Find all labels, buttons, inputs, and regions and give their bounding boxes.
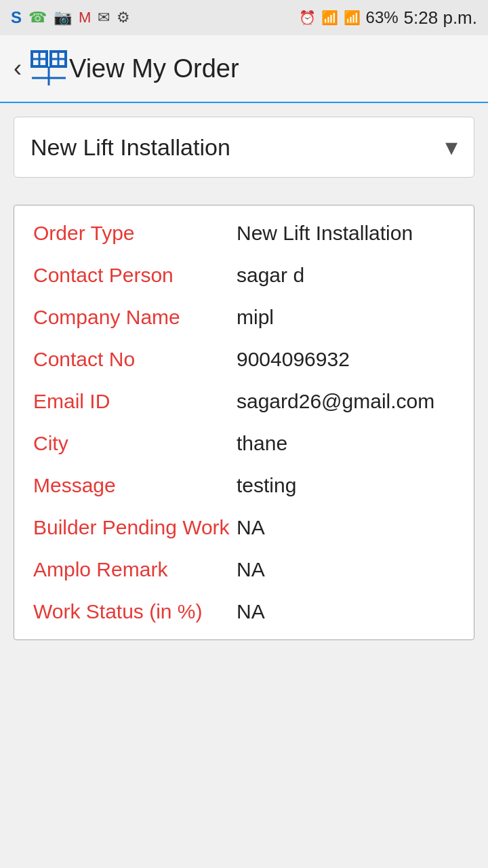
table-row: Contact Personsagar d bbox=[14, 254, 474, 296]
table-row: Company Namemipl bbox=[14, 296, 474, 338]
field-value: sagard26@gmail.com bbox=[237, 390, 455, 413]
status-icons-left: S ☎ 📷 M ✉ ⚙ bbox=[11, 8, 130, 27]
field-label: Builder Pending Work bbox=[33, 516, 237, 539]
field-value: sagar d bbox=[237, 264, 455, 287]
alarm-icon: ⏰ bbox=[299, 9, 316, 26]
field-label: Contact Person bbox=[33, 264, 237, 287]
table-row: Work Status (in %)NA bbox=[14, 591, 474, 633]
field-label: Email ID bbox=[33, 390, 237, 413]
table-row: Builder Pending WorkNA bbox=[14, 507, 474, 549]
field-value: thane bbox=[237, 432, 455, 455]
app-icon-email: ✉ bbox=[98, 9, 110, 26]
app-icon-settings: ⚙ bbox=[117, 9, 130, 26]
field-label: Company Name bbox=[33, 306, 237, 329]
table-row: Contact No9004096932 bbox=[14, 338, 474, 380]
battery-percent: 63% bbox=[366, 8, 399, 27]
field-label: Contact No bbox=[33, 348, 237, 371]
field-label: Order Type bbox=[33, 222, 237, 245]
field-value: testing bbox=[237, 474, 455, 497]
table-row: Messagetesting bbox=[14, 465, 474, 507]
table-row: Email IDsagard26@gmail.com bbox=[14, 380, 474, 422]
wifi-icon: 📶 bbox=[321, 9, 338, 26]
app-bar: ‹ View My Order bbox=[0, 35, 488, 103]
order-detail-card: Order TypeNew Lift InstallationContact P… bbox=[14, 205, 474, 640]
status-bar: S ☎ 📷 M ✉ ⚙ ⏰ 📶 📶 63% 5:28 p.m. bbox=[0, 0, 488, 35]
field-value: New Lift Installation bbox=[237, 222, 455, 245]
time-display: 5:28 p.m. bbox=[404, 7, 477, 28]
field-value: NA bbox=[237, 600, 455, 623]
field-label: Message bbox=[33, 474, 237, 497]
app-icon-s: S bbox=[11, 8, 22, 27]
table-row: Order TypeNew Lift Installation bbox=[14, 212, 474, 254]
status-info-right: ⏰ 📶 📶 63% 5:28 p.m. bbox=[299, 7, 477, 28]
app-icon-whatsapp: ☎ bbox=[28, 9, 47, 26]
dropdown-selected-label: New Lift Installation bbox=[30, 134, 230, 161]
field-label: City bbox=[33, 432, 237, 455]
chevron-down-icon: ▾ bbox=[445, 133, 458, 161]
order-type-dropdown[interactable]: New Lift Installation ▾ bbox=[14, 117, 474, 178]
table-row: Amplo RemarkNA bbox=[14, 549, 474, 591]
field-value: mipl bbox=[237, 306, 455, 329]
page-title: View My Order bbox=[69, 54, 239, 83]
field-value: 9004096932 bbox=[237, 348, 455, 371]
field-value: NA bbox=[237, 558, 455, 581]
app-logo bbox=[28, 48, 69, 89]
field-value: NA bbox=[237, 516, 455, 539]
back-button[interactable]: ‹ bbox=[14, 54, 22, 83]
field-label: Work Status (in %) bbox=[33, 600, 237, 623]
app-icon-image: 📷 bbox=[54, 9, 72, 26]
field-label: Amplo Remark bbox=[33, 558, 237, 581]
signal-icon: 📶 bbox=[344, 9, 361, 26]
app-icon-gmail: M bbox=[79, 9, 91, 26]
table-row: Citythane bbox=[14, 422, 474, 465]
